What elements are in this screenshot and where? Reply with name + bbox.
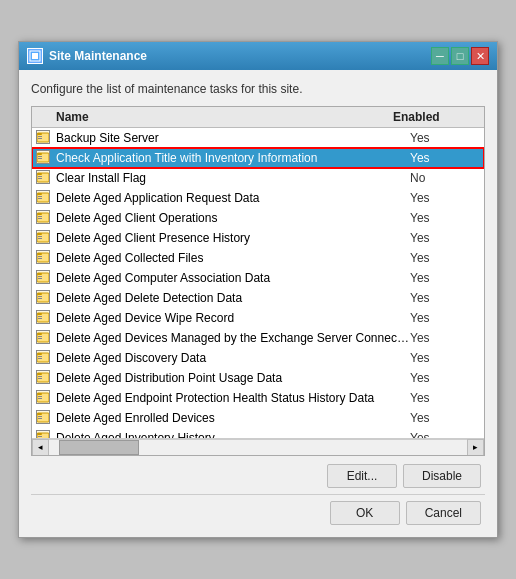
task-enabled: Yes [410, 231, 480, 245]
svg-rect-32 [38, 276, 42, 277]
svg-rect-35 [37, 293, 42, 295]
task-name: Clear Install Flag [56, 171, 410, 185]
task-icon [36, 390, 52, 406]
list-item[interactable]: Delete Aged Devices Managed by the Excha… [32, 328, 484, 348]
task-enabled: Yes [410, 351, 480, 365]
task-icon [36, 370, 52, 386]
scroll-right-button[interactable]: ▸ [467, 439, 484, 456]
task-enabled: Yes [410, 151, 480, 165]
list-item[interactable]: Delete Aged Delete Detection DataYes [32, 288, 484, 308]
task-name: Delete Aged Collected Files [56, 251, 410, 265]
list-item[interactable]: Delete Aged Computer Association DataYes [32, 268, 484, 288]
list-header: Name Enabled [32, 107, 484, 128]
svg-rect-52 [38, 376, 42, 377]
svg-rect-57 [38, 398, 42, 399]
task-enabled: Yes [410, 431, 480, 438]
task-icon [36, 170, 52, 186]
svg-rect-9 [38, 158, 42, 159]
scroll-thumb[interactable] [59, 440, 139, 455]
svg-rect-13 [38, 178, 42, 179]
task-icon-img [36, 170, 50, 184]
list-item[interactable]: Delete Aged Distribution Point Usage Dat… [32, 368, 484, 388]
svg-rect-16 [38, 196, 42, 197]
svg-rect-64 [38, 436, 42, 437]
scroll-track [49, 439, 467, 456]
task-icon-img [36, 210, 50, 224]
list-item[interactable]: Delete Aged Discovery DataYes [32, 348, 484, 368]
svg-rect-41 [38, 318, 42, 319]
edit-disable-row: Edit... Disable [31, 464, 485, 488]
task-icon-img [36, 290, 50, 304]
task-enabled: Yes [410, 251, 480, 265]
task-name: Delete Aged Endpoint Protection Health S… [56, 391, 410, 405]
list-item[interactable]: Delete Aged Client Presence HistoryYes [32, 228, 484, 248]
list-item[interactable]: Delete Aged Endpoint Protection Health S… [32, 388, 484, 408]
list-body: Backup Site ServerYesCheck Application T… [32, 128, 484, 438]
ok-button[interactable]: OK [330, 501, 400, 525]
task-enabled: Yes [410, 191, 480, 205]
site-maintenance-window: Site Maintenance ─ □ ✕ Configure the lis… [18, 41, 498, 538]
list-item[interactable]: Clear Install FlagNo [32, 168, 484, 188]
task-name: Delete Aged Devices Managed by the Excha… [56, 331, 410, 345]
window-title: Site Maintenance [49, 49, 147, 63]
edit-button[interactable]: Edit... [327, 464, 397, 488]
task-icon [36, 250, 52, 266]
header-name: Name [36, 110, 393, 124]
task-enabled: No [410, 171, 480, 185]
close-button[interactable]: ✕ [471, 47, 489, 65]
task-name: Delete Aged Inventory History [56, 431, 410, 438]
svg-rect-1 [32, 53, 38, 59]
task-name: Delete Aged Discovery Data [56, 351, 410, 365]
list-item[interactable]: Delete Aged Collected FilesYes [32, 248, 484, 268]
task-name: Backup Site Server [56, 131, 410, 145]
task-icon-img [36, 190, 50, 204]
svg-rect-17 [38, 198, 42, 199]
header-scroll-spacer [463, 110, 480, 124]
svg-rect-4 [38, 136, 42, 137]
svg-rect-43 [37, 333, 42, 335]
svg-rect-20 [38, 216, 42, 217]
list-item[interactable]: Delete Aged Application Request DataYes [32, 188, 484, 208]
svg-rect-19 [37, 213, 42, 215]
svg-rect-44 [38, 336, 42, 337]
list-item[interactable]: Delete Aged Client OperationsYes [32, 208, 484, 228]
title-bar: Site Maintenance ─ □ ✕ [19, 42, 497, 70]
task-enabled: Yes [410, 311, 480, 325]
svg-rect-45 [38, 338, 42, 339]
list-items-scroll[interactable]: Backup Site ServerYesCheck Application T… [32, 128, 484, 438]
task-icon [36, 150, 52, 166]
maintenance-list-container: Name Enabled Backup Site ServerYesCheck … [31, 106, 485, 456]
task-name: Delete Aged Client Operations [56, 211, 410, 225]
svg-rect-7 [37, 153, 42, 155]
task-enabled: Yes [410, 131, 480, 145]
list-item[interactable]: Backup Site ServerYes [32, 128, 484, 148]
task-icon [36, 190, 52, 206]
list-item[interactable]: Delete Aged Enrolled DevicesYes [32, 408, 484, 428]
list-item[interactable]: Delete Aged Inventory HistoryYes [32, 428, 484, 438]
disable-button[interactable]: Disable [403, 464, 481, 488]
list-item[interactable]: Check Application Title with Inventory I… [32, 148, 484, 168]
task-enabled: Yes [410, 211, 480, 225]
svg-rect-27 [37, 253, 42, 255]
task-icon [36, 350, 52, 366]
scroll-left-button[interactable]: ◂ [32, 439, 49, 456]
header-enabled: Enabled [393, 110, 463, 124]
svg-rect-53 [38, 378, 42, 379]
task-name: Delete Aged Device Wipe Record [56, 311, 410, 325]
svg-rect-21 [38, 218, 42, 219]
task-name: Delete Aged Distribution Point Usage Dat… [56, 371, 410, 385]
horizontal-scrollbar[interactable]: ◂ ▸ [32, 438, 484, 455]
svg-rect-55 [37, 393, 42, 395]
minimize-button[interactable]: ─ [431, 47, 449, 65]
task-enabled: Yes [410, 271, 480, 285]
svg-rect-15 [37, 193, 42, 195]
maximize-button[interactable]: □ [451, 47, 469, 65]
title-bar-left: Site Maintenance [27, 48, 147, 64]
cancel-button[interactable]: Cancel [406, 501, 481, 525]
svg-rect-51 [37, 373, 42, 375]
svg-rect-3 [37, 133, 42, 135]
svg-rect-33 [38, 278, 42, 279]
task-icon-img [36, 150, 50, 164]
list-item[interactable]: Delete Aged Device Wipe RecordYes [32, 308, 484, 328]
task-icon-img [36, 330, 50, 344]
